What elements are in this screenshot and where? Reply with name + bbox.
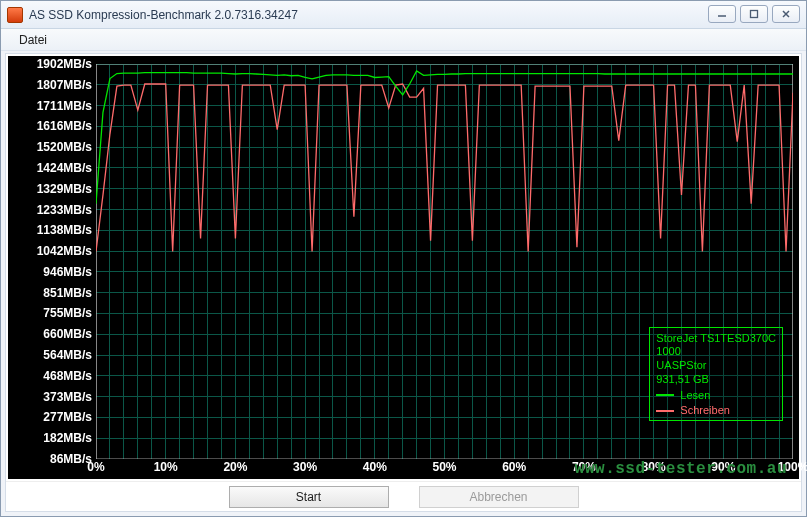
y-axis-tick: 1042MB/s (37, 245, 92, 257)
y-axis-tick: 755MB/s (43, 307, 92, 319)
window-controls (708, 5, 800, 23)
x-axis-tick: 40% (363, 461, 387, 473)
client-area: 1902MB/s1807MB/s1711MB/s1616MB/s1520MB/s… (5, 53, 802, 512)
legend-write-row: Schreiben (656, 404, 776, 418)
x-axis-tick: 50% (432, 461, 456, 473)
x-axis-tick: 10% (154, 461, 178, 473)
legend-controller: UASPStor (656, 359, 776, 373)
abort-button[interactable]: Abbrechen (419, 486, 579, 508)
watermark: www.ssd-tester.com.au (575, 461, 787, 477)
y-axis-tick: 1138MB/s (37, 224, 92, 236)
y-axis-tick: 1233MB/s (37, 204, 92, 216)
app-icon (7, 7, 23, 23)
y-axis-tick: 1902MB/s (37, 58, 92, 70)
y-axis-tick: 946MB/s (43, 266, 92, 278)
app-window: AS SSD Kompression-Benchmark 2.0.7316.34… (0, 0, 807, 517)
legend-read-swatch (656, 394, 674, 396)
titlebar: AS SSD Kompression-Benchmark 2.0.7316.34… (1, 1, 806, 29)
legend-read-label: Lesen (680, 389, 710, 403)
y-axis-tick: 1616MB/s (37, 120, 92, 132)
y-axis-tick: 373MB/s (43, 391, 92, 403)
x-axis-tick: 0% (87, 461, 104, 473)
y-axis-tick: 1520MB/s (37, 141, 92, 153)
window-title: AS SSD Kompression-Benchmark 2.0.7316.34… (29, 8, 298, 22)
y-axis-tick: 277MB/s (43, 411, 92, 423)
button-bar: Start Abbrechen (6, 481, 801, 511)
legend-read-row: Lesen (656, 389, 776, 403)
y-axis-labels: 1902MB/s1807MB/s1711MB/s1616MB/s1520MB/s… (8, 64, 94, 459)
menubar: Datei (1, 29, 806, 51)
y-axis-tick: 1424MB/s (37, 162, 92, 174)
y-axis-tick: 86MB/s (50, 453, 92, 465)
minimize-icon (717, 9, 727, 19)
legend-device: StoreJet TS1TESD370C (656, 332, 776, 346)
y-axis-tick: 1807MB/s (37, 79, 92, 91)
svg-rect-1 (751, 11, 758, 18)
chart-plot: StoreJet TS1TESD370C 1000 UASPStor 931,5… (96, 64, 793, 459)
y-axis-tick: 564MB/s (43, 349, 92, 361)
y-axis-tick: 851MB/s (43, 287, 92, 299)
legend-box: StoreJet TS1TESD370C 1000 UASPStor 931,5… (649, 327, 783, 422)
close-icon (781, 9, 791, 19)
close-button[interactable] (772, 5, 800, 23)
minimize-button[interactable] (708, 5, 736, 23)
y-axis-tick: 182MB/s (43, 432, 92, 444)
x-axis-tick: 20% (223, 461, 247, 473)
legend-size: 931,51 GB (656, 373, 776, 387)
menu-datei[interactable]: Datei (11, 31, 55, 49)
x-axis-tick: 60% (502, 461, 526, 473)
maximize-button[interactable] (740, 5, 768, 23)
start-button[interactable]: Start (229, 486, 389, 508)
legend-capacity: 1000 (656, 345, 776, 359)
y-axis-tick: 468MB/s (43, 370, 92, 382)
y-axis-tick: 660MB/s (43, 328, 92, 340)
maximize-icon (749, 9, 759, 19)
chart-area: 1902MB/s1807MB/s1711MB/s1616MB/s1520MB/s… (8, 56, 799, 479)
legend-write-label: Schreiben (680, 404, 730, 418)
y-axis-tick: 1329MB/s (37, 183, 92, 195)
legend-write-swatch (656, 410, 674, 412)
y-axis-tick: 1711MB/s (37, 100, 92, 112)
x-axis-tick: 30% (293, 461, 317, 473)
